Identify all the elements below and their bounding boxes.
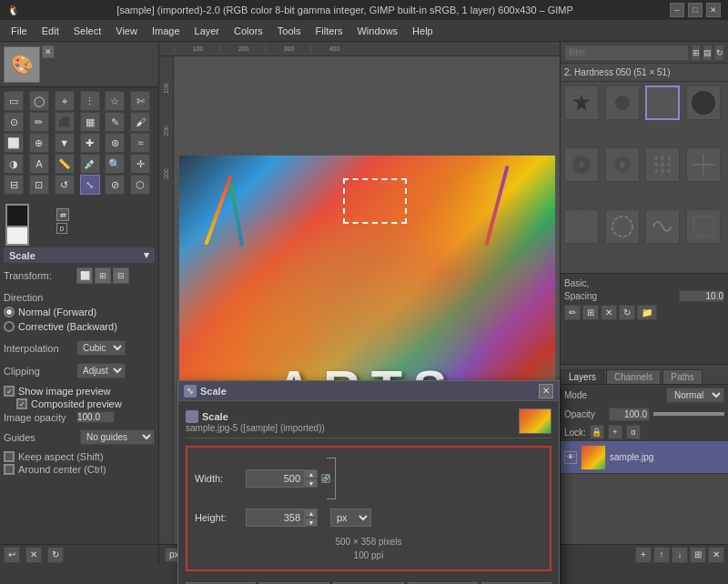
by-color-tool[interactable]: ☆: [105, 91, 125, 111]
normal-forward-row[interactable]: Normal (Forward): [4, 305, 155, 319]
maximize-button[interactable]: □: [688, 3, 703, 17]
brush-item-fuzzy-1[interactable]: [564, 147, 599, 182]
composited-preview-checkbox[interactable]: ✓: [16, 398, 27, 409]
align-tool[interactable]: ⊟: [4, 175, 24, 195]
brush-item-texture-4[interactable]: [686, 209, 721, 244]
corrective-backward-radio[interactable]: [4, 321, 15, 332]
eraser-tool[interactable]: ⬜: [4, 133, 24, 153]
link-icon[interactable]: 🔗: [321, 474, 330, 483]
brush-edit-btn[interactable]: ✏: [564, 305, 581, 320]
brush-item-circle-sm[interactable]: [605, 86, 640, 120]
menu-help[interactable]: Help: [405, 24, 440, 38]
lock-pixels-btn[interactable]: 🔒: [590, 425, 604, 439]
scissors-tool[interactable]: ✄: [130, 91, 150, 111]
brush-view-icon[interactable]: ⊞: [691, 45, 701, 61]
minimize-button[interactable]: –: [670, 3, 684, 17]
rotate-tool[interactable]: ↺: [55, 175, 75, 195]
menu-layer[interactable]: Layer: [187, 24, 228, 38]
brush-filter-input[interactable]: [564, 45, 689, 61]
brush-item-texture-1[interactable]: [564, 209, 599, 244]
foreground-color[interactable]: [5, 204, 29, 227]
menu-file[interactable]: File: [4, 24, 35, 38]
transform-icon-1[interactable]: ⬜: [76, 267, 93, 284]
tab-layers[interactable]: Layers: [561, 369, 604, 384]
tab-channels[interactable]: Channels: [606, 369, 661, 384]
brush-item-fuzzy-2[interactable]: [605, 147, 640, 182]
lock-alpha-btn[interactable]: α: [626, 425, 641, 439]
ink-tool[interactable]: ▼: [55, 133, 75, 153]
brush-item-texture-3[interactable]: [645, 209, 680, 244]
composited-preview-row[interactable]: ✓ Composited preview: [4, 398, 155, 410]
lock-position-btn[interactable]: +: [608, 425, 622, 439]
layer-duplicate-btn[interactable]: ⊞: [690, 547, 706, 563]
perspective-tool[interactable]: ⬡: [130, 175, 150, 195]
unit-select[interactable]: pxinmm%: [330, 508, 371, 527]
brush-refresh-btn[interactable]: ↻: [619, 305, 635, 320]
brush-grid-icon[interactable]: ▤: [703, 45, 713, 61]
show-image-preview-row[interactable]: ✓ Show image preview: [4, 385, 155, 398]
menu-colors[interactable]: Colors: [227, 24, 270, 38]
mode-select[interactable]: Normal Multiply Screen: [666, 388, 724, 403]
brush-item-texture-2[interactable]: [605, 209, 640, 244]
height-spin-up[interactable]: ▲: [305, 508, 318, 518]
scale-tool[interactable]: ⤡: [80, 175, 100, 195]
gradient-tool[interactable]: ▦: [80, 112, 100, 132]
image-opacity-input[interactable]: [76, 411, 115, 423]
normal-forward-radio[interactable]: [4, 307, 15, 317]
layer-lower-btn[interactable]: ↓: [672, 547, 688, 563]
menu-windows[interactable]: Windows: [349, 24, 405, 38]
move-tool[interactable]: ✛: [130, 154, 150, 174]
corrective-backward-row[interactable]: Corrective (Backward): [4, 319, 155, 334]
heal-tool[interactable]: ✚: [80, 133, 100, 153]
color-picker-tool[interactable]: 💉: [80, 154, 100, 174]
menu-edit[interactable]: Edit: [35, 24, 66, 38]
airbrush-tool[interactable]: ⊕: [29, 133, 49, 153]
brush-item-cross[interactable]: [686, 147, 721, 182]
transform-icon-2[interactable]: ⊞: [95, 267, 111, 284]
around-center-checkbox[interactable]: [4, 464, 15, 475]
height-input[interactable]: 358: [246, 508, 305, 527]
paintbrush-tool[interactable]: 🖌: [130, 112, 150, 132]
width-spin-up[interactable]: ▲: [305, 469, 318, 478]
dodge-burn-tool[interactable]: ◑: [4, 154, 24, 174]
layer-item-sample[interactable]: 👁 sample.jpg: [561, 441, 728, 474]
brush-folder-btn[interactable]: 📁: [637, 305, 657, 320]
tool-options-expand[interactable]: ▾: [144, 249, 149, 261]
menu-image[interactable]: Image: [145, 24, 187, 38]
spacing-input[interactable]: [679, 290, 724, 302]
brush-item-dots[interactable]: [645, 147, 680, 182]
width-input[interactable]: 500: [246, 469, 305, 488]
paths-tool[interactable]: ✏: [29, 112, 49, 132]
clone-tool[interactable]: ⊛: [105, 133, 125, 153]
menu-view[interactable]: View: [108, 24, 145, 38]
opacity-input[interactable]: [609, 408, 650, 421]
scale-dialog-close-btn[interactable]: ✕: [539, 384, 553, 398]
menu-select[interactable]: Select: [66, 24, 109, 38]
foreground-select-tool[interactable]: ⊙: [4, 112, 24, 132]
smudge-tool[interactable]: ≈: [130, 133, 150, 153]
fuzzy-select-tool[interactable]: ⋮: [80, 91, 100, 111]
brush-item-star[interactable]: [564, 86, 599, 120]
guides-select[interactable]: No guides: [80, 429, 155, 445]
left-status-icon-2[interactable]: ✕: [25, 547, 42, 563]
rectangle-select-tool[interactable]: ▭: [4, 91, 24, 111]
layer-delete-btn[interactable]: ✕: [708, 547, 724, 563]
brush-item-circle-md[interactable]: [645, 86, 680, 120]
tool-preview-close[interactable]: ✕: [42, 45, 55, 58]
default-colors-button[interactable]: D: [56, 223, 67, 234]
brush-delete-btn[interactable]: ✕: [601, 305, 617, 320]
layer-visibility-toggle[interactable]: 👁: [564, 451, 577, 464]
brush-refresh-icon[interactable]: ↻: [714, 45, 724, 61]
menu-filters[interactable]: Filters: [308, 24, 350, 38]
close-button[interactable]: ✕: [706, 3, 721, 17]
zoom-tool[interactable]: 🔍: [105, 154, 125, 174]
brush-duplicate-btn[interactable]: ⊞: [582, 305, 599, 320]
scale-dialog[interactable]: ⤡ Scale ✕ Scale sample.jpg-5 ([sample] (…: [177, 380, 560, 584]
ellipse-select-tool[interactable]: ◯: [29, 91, 49, 111]
measure-tool[interactable]: 📏: [55, 154, 75, 174]
menu-tools[interactable]: Tools: [270, 24, 308, 38]
layer-new-btn[interactable]: +: [635, 547, 652, 563]
keep-aspect-checkbox[interactable]: [4, 451, 15, 462]
swap-colors-button[interactable]: ⇄: [56, 208, 69, 221]
width-spin-down[interactable]: ▼: [305, 478, 318, 488]
